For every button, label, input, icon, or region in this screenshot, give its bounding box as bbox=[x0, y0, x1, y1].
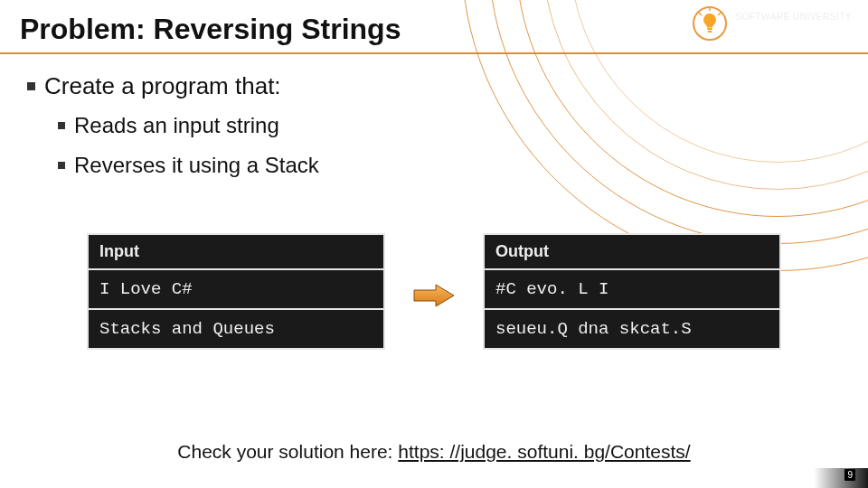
output-cell: #C evo. L I bbox=[484, 269, 780, 309]
corner-strip bbox=[814, 468, 868, 488]
arrow-right-icon bbox=[410, 282, 458, 309]
table-row: seueu.Q dna skcat.S bbox=[484, 309, 780, 349]
bullet-square-icon bbox=[27, 82, 35, 90]
bullet-square-icon bbox=[58, 122, 65, 129]
bullet-sub-1-text: Reads an input string bbox=[74, 113, 279, 137]
logo-line2: FOUNDATION bbox=[735, 22, 852, 35]
solution-link[interactable]: https: //judge. softuni. bg/Contests/ bbox=[398, 441, 690, 462]
input-header: Input bbox=[88, 234, 384, 269]
table-row: #C evo. L I bbox=[484, 269, 780, 309]
input-cell: Stacks and Queues bbox=[88, 309, 384, 349]
lightbulb-gear-icon bbox=[692, 5, 728, 42]
footer: Check your solution here: https: //judge… bbox=[0, 441, 868, 463]
bullet-square-icon bbox=[58, 162, 65, 169]
svg-rect-1 bbox=[707, 28, 712, 30]
footer-prefix: Check your solution here: bbox=[177, 441, 398, 462]
svg-line-4 bbox=[699, 13, 702, 15]
table-row: I Love C# bbox=[88, 269, 384, 309]
bullet-main-text: Create a program that: bbox=[44, 72, 281, 99]
page-title: Problem: Reversing Strings bbox=[20, 13, 401, 46]
svg-rect-2 bbox=[708, 31, 712, 33]
title-underline bbox=[0, 52, 868, 54]
svg-line-5 bbox=[718, 13, 721, 15]
input-table: Input I Love C# Stacks and Queues bbox=[87, 233, 385, 350]
bullet-sub-2: Reverses it using a Stack bbox=[58, 153, 841, 178]
logo-text: SOFTWARE UNIVERSITY FOUNDATION bbox=[735, 13, 852, 35]
bullet-sub-2-text: Reverses it using a Stack bbox=[74, 153, 319, 177]
input-cell: I Love C# bbox=[88, 269, 384, 309]
content: Create a program that: Reads an input st… bbox=[27, 72, 841, 192]
io-tables: Input I Love C# Stacks and Queues Output… bbox=[0, 233, 868, 350]
slide: Problem: Reversing Strings SOFTWARE UNIV… bbox=[0, 0, 868, 488]
bullet-main: Create a program that: bbox=[27, 72, 841, 100]
logo-line1: SOFTWARE UNIVERSITY bbox=[735, 13, 852, 22]
table-row: Stacks and Queues bbox=[88, 309, 384, 349]
output-header: Output bbox=[484, 234, 780, 269]
svg-marker-6 bbox=[414, 285, 454, 306]
output-cell: seueu.Q dna skcat.S bbox=[484, 309, 780, 349]
page-number: 9 bbox=[844, 469, 855, 481]
output-table: Output #C evo. L I seueu.Q dna skcat.S bbox=[483, 233, 781, 350]
bullet-sub-1: Reads an input string bbox=[58, 113, 841, 138]
logo: SOFTWARE UNIVERSITY FOUNDATION bbox=[692, 5, 852, 42]
